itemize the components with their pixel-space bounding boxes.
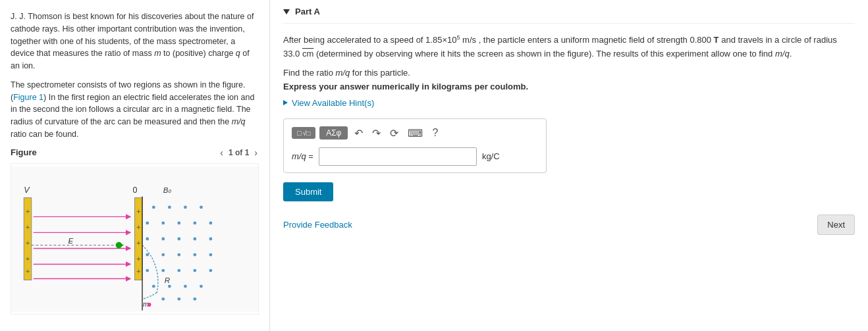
figure-header: Figure ‹ 1 of 1 › bbox=[11, 147, 259, 158]
svg-text:+: + bbox=[136, 238, 141, 246]
svg-point-53 bbox=[161, 297, 165, 300]
figure-link[interactable]: Figure 1 bbox=[13, 93, 43, 102]
question-text: After being accelerated to a speed of 1.… bbox=[283, 33, 855, 61]
svg-point-28 bbox=[200, 205, 203, 209]
hint-link[interactable]: View Available Hint(s) bbox=[283, 98, 855, 108]
feedback-link[interactable]: Provide Feedback bbox=[283, 220, 352, 230]
svg-point-27 bbox=[184, 205, 187, 209]
svg-point-36 bbox=[177, 237, 180, 240]
svg-point-43 bbox=[209, 253, 212, 256]
unit-label: kg/C bbox=[482, 151, 500, 161]
svg-point-48 bbox=[209, 268, 212, 272]
svg-point-49 bbox=[152, 284, 155, 288]
reset-button[interactable]: ⟳ bbox=[387, 126, 401, 141]
svg-text:+: + bbox=[136, 207, 141, 215]
part-a-header: Part A bbox=[283, 0, 855, 24]
svg-text:+: + bbox=[136, 267, 141, 274]
svg-text:+: + bbox=[26, 238, 30, 246]
svg-point-52 bbox=[200, 284, 203, 288]
part-label: Part A bbox=[295, 7, 320, 16]
svg-point-46 bbox=[177, 268, 180, 272]
figure-next-button[interactable]: › bbox=[253, 147, 259, 158]
hint-text: View Available Hint(s) bbox=[292, 98, 374, 108]
svg-text:+: + bbox=[136, 254, 141, 262]
svg-text:+: + bbox=[136, 222, 141, 230]
figure-nav: ‹ 1 of 1 › bbox=[219, 147, 259, 158]
spectrometer-paragraph: The spectrometer consists of two regions… bbox=[11, 79, 259, 141]
undo-button[interactable]: ↶ bbox=[352, 126, 366, 141]
svg-point-54 bbox=[177, 297, 180, 300]
svg-point-45 bbox=[161, 268, 165, 272]
svg-point-58 bbox=[148, 303, 151, 307]
right-panel: Part A After being accelerated to a spee… bbox=[270, 0, 868, 331]
svg-point-37 bbox=[193, 237, 196, 240]
bottom-row: Provide Feedback Next bbox=[283, 215, 855, 235]
math-toolbar: □ √□ AΣφ ↶ ↷ ⟳ ⌨ ? bbox=[292, 126, 538, 141]
collapse-icon[interactable] bbox=[283, 9, 290, 14]
figure-counter: 1 of 1 bbox=[229, 148, 249, 157]
answer-input[interactable] bbox=[319, 147, 477, 166]
svg-point-50 bbox=[168, 284, 171, 288]
svg-text:0: 0 bbox=[133, 185, 138, 194]
svg-text:+: + bbox=[26, 267, 30, 274]
submit-button[interactable]: Submit bbox=[283, 182, 333, 201]
svg-point-38 bbox=[209, 237, 212, 240]
svg-point-39 bbox=[146, 253, 149, 256]
svg-point-42 bbox=[193, 253, 196, 256]
svg-point-31 bbox=[177, 221, 180, 224]
svg-point-25 bbox=[152, 205, 155, 209]
svg-point-32 bbox=[193, 221, 196, 224]
svg-text:+: + bbox=[26, 254, 30, 262]
fraction-sqrt-button[interactable]: □ √□ bbox=[292, 127, 315, 139]
svg-point-33 bbox=[209, 221, 212, 224]
find-ratio-text: Find the ratio m/q for this particle. bbox=[283, 68, 855, 78]
svg-point-40 bbox=[161, 253, 165, 256]
next-button[interactable]: Next bbox=[817, 215, 855, 235]
help-button[interactable]: ? bbox=[429, 126, 441, 140]
svg-point-55 bbox=[193, 297, 196, 300]
svg-text:B₀: B₀ bbox=[163, 186, 173, 193]
figure-svg: + + + + + + + + + + V 0 E bbox=[11, 164, 258, 314]
svg-point-29 bbox=[146, 221, 149, 224]
svg-text:+: + bbox=[26, 207, 30, 215]
figure-label: Figure bbox=[11, 147, 37, 157]
svg-point-30 bbox=[161, 221, 165, 224]
svg-point-47 bbox=[193, 268, 196, 272]
redo-button[interactable]: ↷ bbox=[369, 126, 383, 141]
symbol-button[interactable]: AΣφ bbox=[319, 126, 348, 140]
svg-point-41 bbox=[177, 253, 180, 256]
svg-point-34 bbox=[146, 237, 149, 240]
svg-point-35 bbox=[161, 237, 165, 240]
left-panel: J. J. Thomson is best known for his disc… bbox=[0, 0, 270, 331]
svg-point-44 bbox=[146, 268, 149, 272]
svg-point-51 bbox=[184, 284, 187, 288]
svg-text:+: + bbox=[26, 222, 30, 230]
keyboard-button[interactable]: ⌨ bbox=[405, 126, 425, 141]
express-answer-text: Express your answer numerically in kilog… bbox=[283, 82, 855, 91]
svg-text:R: R bbox=[165, 276, 170, 284]
input-row: m/q = kg/C bbox=[292, 147, 538, 166]
figure-area: + + + + + + + + + + V 0 E bbox=[11, 163, 259, 315]
svg-point-26 bbox=[168, 205, 171, 209]
svg-text:E: E bbox=[68, 236, 74, 244]
input-label: m/q = bbox=[292, 151, 313, 161]
answer-box: □ √□ AΣφ ↶ ↷ ⟳ ⌨ ? m/q = kg/C bbox=[283, 118, 547, 173]
figure-prev-button[interactable]: ‹ bbox=[219, 147, 225, 158]
hint-triangle-icon bbox=[283, 100, 288, 105]
intro-paragraph: J. J. Thomson is best known for his disc… bbox=[11, 11, 259, 72]
